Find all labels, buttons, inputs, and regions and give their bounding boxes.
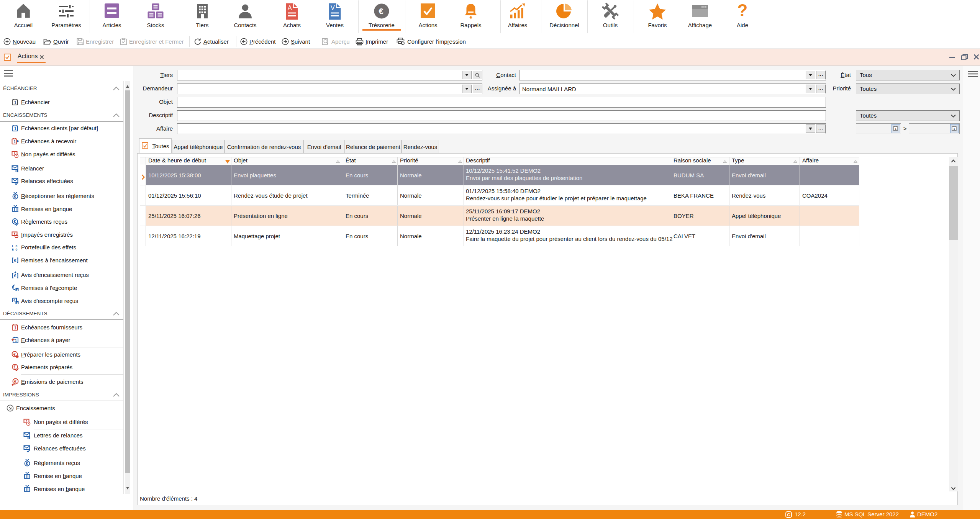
svg-text:G: G bbox=[787, 512, 791, 517]
svg-text:1: 1 bbox=[895, 127, 897, 131]
svg-text:V: V bbox=[331, 5, 335, 11]
svg-text:1: 1 bbox=[954, 127, 955, 131]
svg-text:A: A bbox=[288, 5, 292, 11]
svg-text:€: € bbox=[379, 7, 383, 16]
